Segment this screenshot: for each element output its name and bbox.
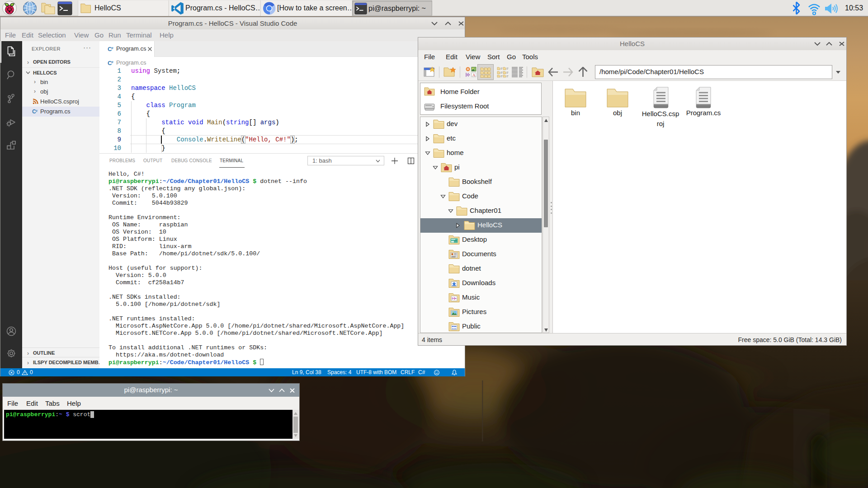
svg-text:#: # [112, 46, 114, 50]
svg-text:#: # [112, 60, 114, 64]
svg-text:#: # [36, 109, 38, 113]
svg-text:A: A [472, 73, 476, 77]
